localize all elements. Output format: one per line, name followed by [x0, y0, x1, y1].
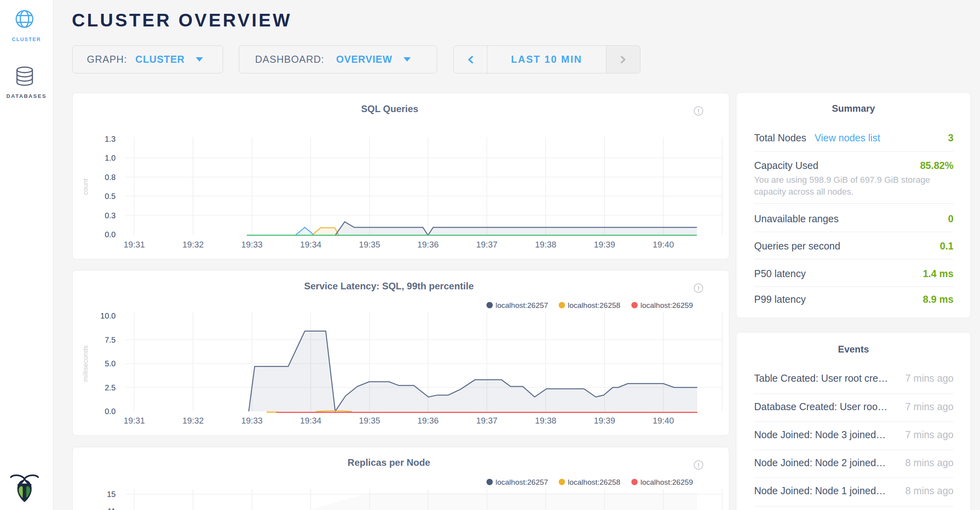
svg-text:1.0: 1.0: [105, 154, 116, 162]
svg-text:15: 15: [107, 490, 116, 499]
svg-text:19:33: 19:33: [241, 240, 263, 249]
svg-text:19:39: 19:39: [594, 240, 615, 249]
svg-text:localhost:26259: localhost:26259: [640, 478, 693, 486]
svg-text:19:31: 19:31: [124, 416, 145, 426]
svg-text:localhost:26259: localhost:26259: [640, 301, 693, 309]
svg-text:Replicas per Node: Replicas per Node: [347, 457, 430, 468]
svg-text:19:34: 19:34: [300, 416, 321, 426]
svg-text:Service Latency: SQL, 99th per: Service Latency: SQL, 99th percentile: [304, 281, 474, 291]
svg-text:19:36: 19:36: [417, 416, 439, 426]
svg-text:19:38: 19:38: [535, 240, 556, 249]
svg-text:19:37: 19:37: [476, 416, 498, 426]
svg-text:11: 11: [107, 507, 116, 510]
svg-text:0.0: 0.0: [105, 230, 116, 239]
svg-text:10.0: 10.0: [100, 311, 116, 320]
svg-text:19:33: 19:33: [241, 416, 263, 426]
svg-text:0.0: 0.0: [105, 407, 116, 416]
svg-text:!: !: [698, 108, 700, 115]
svg-text:19:38: 19:38: [535, 416, 556, 426]
svg-text:19:36: 19:36: [417, 240, 439, 249]
svg-text:19:34: 19:34: [300, 240, 321, 249]
svg-text:0.3: 0.3: [105, 211, 116, 220]
svg-text:19:32: 19:32: [182, 240, 204, 249]
svg-text:19:32: 19:32: [182, 416, 204, 426]
svg-text:!: !: [698, 462, 700, 469]
svg-text:19:40: 19:40: [653, 240, 674, 249]
svg-text:5.0: 5.0: [105, 359, 116, 368]
svg-text:19:40: 19:40: [653, 416, 674, 426]
svg-text:SQL Queries: SQL Queries: [361, 103, 419, 114]
svg-text:19:35: 19:35: [359, 240, 380, 249]
svg-text:0.8: 0.8: [105, 173, 116, 182]
svg-text:19:35: 19:35: [359, 416, 380, 426]
svg-text:7.5: 7.5: [105, 336, 116, 344]
svg-text:localhost:26257: localhost:26257: [496, 301, 548, 309]
svg-text:count: count: [82, 178, 89, 195]
svg-text:19:37: 19:37: [476, 240, 498, 249]
svg-text:19:39: 19:39: [594, 416, 615, 426]
svg-text:0.5: 0.5: [105, 192, 116, 201]
svg-text:1.3: 1.3: [105, 135, 116, 143]
svg-text:19:31: 19:31: [124, 240, 145, 249]
svg-text:2.5: 2.5: [105, 383, 116, 392]
svg-text:localhost:26258: localhost:26258: [568, 301, 620, 309]
svg-text:localhost:26258: localhost:26258: [568, 478, 620, 486]
svg-text:milliseconds: milliseconds: [82, 345, 89, 382]
svg-text:!: !: [698, 285, 700, 292]
svg-text:localhost:26257: localhost:26257: [496, 478, 548, 486]
